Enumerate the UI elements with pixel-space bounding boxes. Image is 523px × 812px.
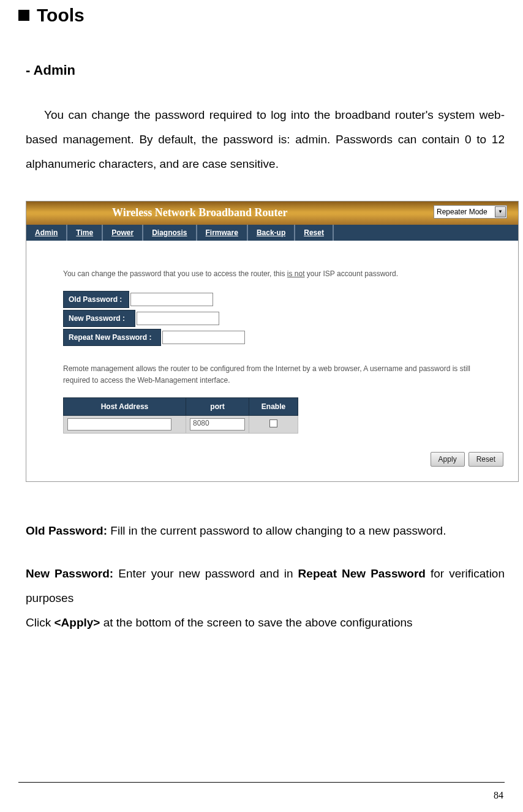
enable-checkbox[interactable] <box>269 419 277 427</box>
table-row: 8080 <box>64 416 298 434</box>
repeat-password-row: Repeat New Password : <box>63 329 481 346</box>
tab-firmware[interactable]: Firmware <box>197 225 248 241</box>
repeat-password-input[interactable] <box>162 331 245 344</box>
old-password-description: Old Password: Fill in the current passwo… <box>26 519 505 543</box>
tab-diagnosis[interactable]: Diagnosis <box>143 225 197 241</box>
tab-reset[interactable]: Reset <box>295 225 334 241</box>
remote-help-text: Remote management allows the router to b… <box>63 363 481 386</box>
apply-description: Click <Apply> at the bottom of the scree… <box>26 611 505 635</box>
repeat-password-label: Repeat New Password : <box>63 329 161 346</box>
password-help-text: You can change the password that you use… <box>63 268 481 280</box>
tab-bar: Admin Time Power Diagnosis Firmware Back… <box>26 225 518 241</box>
new-password-label: New Password : <box>63 310 135 327</box>
reset-button[interactable]: Reset <box>468 452 503 467</box>
new-password-input[interactable] <box>137 312 219 325</box>
port-input[interactable]: 8080 <box>190 418 245 430</box>
button-row: Apply Reset <box>26 446 518 481</box>
table-header-enable: Enable <box>249 398 298 416</box>
mode-select[interactable]: Repeater Mode ▼ <box>434 205 507 219</box>
table-header-port: port <box>186 398 249 416</box>
old-password-input[interactable] <box>130 293 213 306</box>
section-title-text: Tools <box>37 5 85 26</box>
tab-power[interactable]: Power <box>103 225 143 241</box>
chevron-down-icon: ▼ <box>495 206 506 217</box>
new-password-row: New Password : <box>63 310 481 327</box>
intro-text: You can change the password required to … <box>26 103 505 176</box>
old-password-row: Old Password : <box>63 291 481 308</box>
router-screenshot: Wireless Network Broadband Router Repeat… <box>26 201 519 483</box>
section-title: Tools <box>18 5 505 26</box>
subsection-title: - Admin <box>26 62 505 78</box>
host-address-input[interactable] <box>67 418 171 430</box>
tab-time[interactable]: Time <box>67 225 103 241</box>
apply-button[interactable]: Apply <box>431 452 465 467</box>
page-rule <box>18 782 505 783</box>
new-password-description: New Password: Enter your new password an… <box>26 562 505 611</box>
router-header: Wireless Network Broadband Router Repeat… <box>26 201 518 225</box>
remote-management-table: Host Address port Enable 8080 <box>63 397 298 434</box>
page-number: 84 <box>494 790 503 801</box>
tab-backup[interactable]: Back-up <box>248 225 295 241</box>
old-password-label: Old Password : <box>63 291 129 308</box>
router-title: Wireless Network Broadband Router <box>112 206 288 219</box>
tab-admin[interactable]: Admin <box>26 225 67 241</box>
bullet-icon <box>18 10 29 21</box>
mode-select-value: Repeater Mode <box>437 208 487 216</box>
table-header-host: Host Address <box>64 398 186 416</box>
router-content: You can change the password that you use… <box>26 241 518 446</box>
